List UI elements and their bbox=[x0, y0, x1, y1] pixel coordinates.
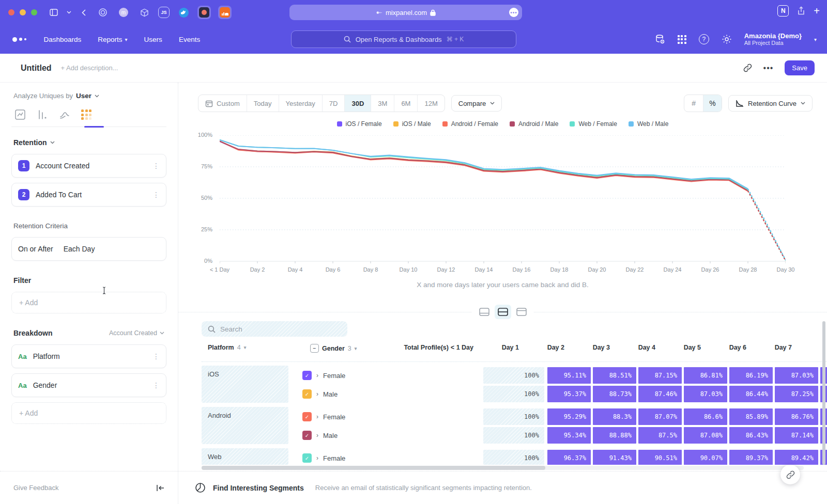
day-column-header[interactable]: Day 4 bbox=[617, 344, 660, 351]
retention-value-cell[interactable]: 87.03% bbox=[684, 386, 727, 402]
series-checkbox[interactable]: ✓ bbox=[302, 431, 312, 440]
compare-button[interactable]: Compare bbox=[451, 95, 502, 112]
layout-table-focus-button[interactable] bbox=[513, 305, 530, 319]
save-button[interactable]: Save bbox=[785, 60, 815, 75]
settings-gear-icon[interactable] bbox=[722, 34, 732, 44]
retention-value-cell[interactable]: 86.6% bbox=[684, 408, 727, 425]
tab-icon-m-circle[interactable]: m bbox=[117, 6, 130, 19]
analyze-uniques-row[interactable]: Analyze Uniques by User bbox=[11, 90, 166, 107]
expand-chevron-icon[interactable]: › bbox=[316, 432, 318, 439]
nav-item-reports[interactable]: Reports▾ bbox=[98, 36, 127, 43]
tab-retention-active[interactable] bbox=[81, 109, 91, 120]
data-management-icon[interactable] bbox=[655, 34, 665, 44]
platform-cell[interactable]: Android bbox=[202, 407, 288, 444]
filter-add-button[interactable]: + Add bbox=[11, 292, 166, 313]
new-tab-icon[interactable]: + bbox=[814, 6, 820, 16]
copy-link-icon[interactable] bbox=[743, 64, 752, 72]
range-button-today[interactable]: Today bbox=[247, 95, 279, 112]
retention-value-cell[interactable]: 95.11% bbox=[547, 367, 591, 384]
legend-item[interactable]: Android / Male bbox=[510, 120, 558, 128]
retention-value-cell[interactable]: 87.46% bbox=[638, 386, 682, 402]
kebab-menu-icon[interactable]: ⋮ bbox=[152, 162, 160, 170]
range-button-yesterday[interactable]: Yesterday bbox=[279, 95, 322, 112]
layout-split-button[interactable] bbox=[495, 305, 511, 319]
tab-icon-target[interactable] bbox=[96, 6, 110, 19]
tab-icon-cube[interactable] bbox=[137, 6, 151, 19]
range-button-7d[interactable]: 7D bbox=[322, 95, 345, 112]
back-icon[interactable] bbox=[78, 6, 90, 19]
range-button-12m[interactable]: 12M bbox=[417, 95, 444, 112]
retention-section-heading[interactable]: Retention bbox=[11, 136, 166, 149]
retention-value-cell[interactable]: 88.51% bbox=[593, 367, 636, 384]
tab-insights[interactable] bbox=[14, 109, 26, 120]
retention-value-cell[interactable]: 89.42% bbox=[775, 450, 818, 465]
retention-value-cell[interactable]: 88.3% bbox=[593, 408, 636, 425]
site-options-icon[interactable]: ••• bbox=[509, 8, 518, 17]
retention-value-cell[interactable]: 87.07% bbox=[638, 408, 682, 425]
sidebar-toggle-icon[interactable] bbox=[48, 6, 60, 19]
breakdown-scope-selector[interactable]: Account Created bbox=[109, 329, 164, 337]
retention-step-2[interactable]: 2 Added To Cart ⋮ bbox=[11, 183, 166, 207]
chart-type-selector[interactable]: Retention Curve bbox=[728, 95, 813, 112]
kebab-menu-icon[interactable]: ⋮ bbox=[152, 352, 160, 360]
series-checkbox[interactable]: ✓ bbox=[302, 412, 312, 421]
range-button-6m[interactable]: 6M bbox=[394, 95, 417, 112]
retention-value-cell[interactable]: 88.88% bbox=[593, 427, 636, 444]
tab-flows[interactable] bbox=[59, 109, 70, 120]
retention-value-cell[interactable]: 86.76% bbox=[775, 408, 818, 425]
day-column-header[interactable]: < 1 Day bbox=[435, 344, 478, 351]
kebab-menu-icon[interactable]: ⋮ bbox=[152, 381, 160, 389]
platform-cell[interactable]: Web bbox=[202, 448, 288, 465]
nav-item-users[interactable]: Users bbox=[144, 36, 162, 43]
give-feedback-link[interactable]: Give Feedback bbox=[13, 484, 58, 492]
more-options-icon[interactable]: ••• bbox=[763, 64, 774, 73]
expand-chevron-icon[interactable]: › bbox=[316, 454, 318, 462]
step-event-label[interactable]: Account Created bbox=[36, 162, 89, 170]
platform-column-header[interactable]: Platform4▾ bbox=[208, 344, 246, 351]
mixpanel-logo[interactable] bbox=[12, 37, 26, 42]
retention-criteria-card[interactable]: On or After Each Day bbox=[11, 237, 166, 261]
day-column-header[interactable]: Day 6 bbox=[708, 344, 751, 351]
retention-value-cell[interactable]: 87.15% bbox=[638, 367, 682, 384]
global-search-input[interactable]: Open Reports & Dashboards ⌘ + K bbox=[291, 30, 516, 48]
retention-value-cell[interactable]: 87.08% bbox=[684, 427, 727, 444]
retention-value-cell[interactable]: 86.44% bbox=[729, 386, 773, 402]
nav-item-events[interactable]: Events bbox=[179, 36, 200, 43]
range-button-custom[interactable]: Custom bbox=[198, 95, 247, 112]
gender-cell[interactable]: ✓›Male bbox=[302, 427, 338, 444]
vertical-scrollbar-thumb[interactable] bbox=[822, 321, 825, 465]
breakdown-label[interactable]: Gender bbox=[33, 381, 57, 389]
breakdown-label[interactable]: Platform bbox=[33, 352, 60, 360]
breakdown-add-button[interactable]: + Add bbox=[11, 402, 166, 424]
retention-value-cell[interactable]: 89.37% bbox=[729, 450, 773, 465]
gender-cell[interactable]: ✓›Female bbox=[302, 367, 345, 384]
analyze-value[interactable]: User bbox=[76, 92, 91, 100]
nav-item-dashboards[interactable]: Dashboards bbox=[44, 36, 82, 43]
platform-cell[interactable]: iOS bbox=[202, 366, 288, 403]
retention-value-cell[interactable]: 87.25% bbox=[775, 386, 818, 402]
tab-funnels[interactable] bbox=[37, 109, 48, 120]
horizontal-scrollbar-thumb[interactable] bbox=[202, 466, 545, 470]
retention-value-cell[interactable]: 86.19% bbox=[729, 367, 773, 384]
retention-value-cell[interactable]: 95.37% bbox=[547, 386, 591, 402]
day-column-header[interactable]: Day 5 bbox=[662, 344, 706, 351]
retention-value-cell[interactable]: 95.29% bbox=[547, 408, 591, 425]
retention-value-cell[interactable]: 86.43% bbox=[729, 427, 773, 444]
format-percent-button[interactable]: % bbox=[703, 95, 722, 112]
retention-value-cell[interactable]: 87.14% bbox=[775, 427, 818, 444]
project-switcher[interactable]: Amazonia {Demo} All Project Data bbox=[744, 32, 802, 47]
series-line-Web / Female[interactable] bbox=[220, 140, 748, 190]
gender-cell[interactable]: ✓›Female bbox=[302, 450, 345, 465]
retention-value-cell[interactable]: 90.51% bbox=[638, 450, 682, 465]
address-bar[interactable]: mixpanel.com ••• bbox=[289, 5, 522, 20]
find-segments-title[interactable]: Find Interesting Segments bbox=[213, 484, 304, 492]
tab-icon-js[interactable]: JS bbox=[158, 7, 170, 18]
maximize-window-button[interactable] bbox=[31, 9, 37, 15]
layout-chart-focus-button[interactable] bbox=[476, 305, 493, 319]
apps-grid-icon[interactable] bbox=[678, 35, 686, 44]
criteria-mode[interactable]: On or After bbox=[18, 245, 53, 253]
report-description-placeholder[interactable]: + Add description... bbox=[61, 64, 118, 72]
gender-cell[interactable]: ✓›Male bbox=[302, 386, 338, 402]
retention-value-cell[interactable]: 96.37% bbox=[547, 450, 591, 465]
day-column-header[interactable]: Day 3 bbox=[571, 344, 615, 351]
